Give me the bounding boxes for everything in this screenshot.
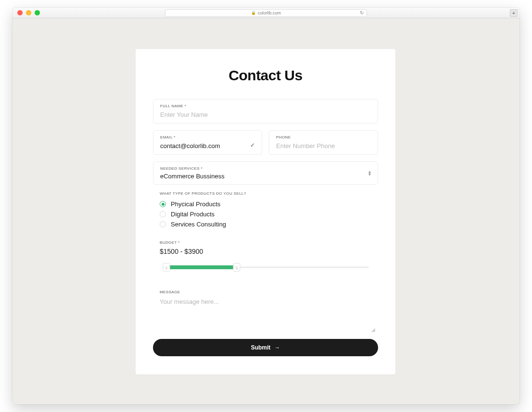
fullname-input[interactable]	[160, 111, 371, 118]
service-value: eCommerce Bussiness	[160, 173, 371, 180]
radio-option-1[interactable]: Digital Products	[160, 211, 378, 218]
check-icon: ✓	[250, 142, 255, 149]
radio-option-0[interactable]: Phycical Products	[160, 200, 378, 208]
message-label: MESSAGE	[160, 290, 371, 294]
browser-window: 🔒 colorlib.com ↻ + Contact Us FULL NAME …	[13, 8, 519, 404]
fullname-label: FULL NAME *	[160, 104, 371, 108]
radio-label: Services Consulting	[171, 221, 226, 228]
maximize-window-icon[interactable]	[35, 10, 40, 15]
email-input[interactable]	[160, 142, 255, 150]
message-input[interactable]	[160, 298, 371, 325]
budget-label: BUDGET *	[160, 240, 371, 245]
budget-slider[interactable]: || ||	[160, 264, 371, 271]
budget-value: $1500 - $3900	[160, 248, 371, 255]
slider-fill	[166, 265, 235, 269]
reload-icon[interactable]: ↻	[360, 10, 364, 15]
new-tab-button[interactable]: +	[510, 9, 518, 17]
slider-handle-max[interactable]: ||	[233, 263, 241, 272]
phone-field[interactable]: PHONE	[269, 130, 378, 155]
fullname-field[interactable]: FULL NAME *	[153, 99, 378, 124]
select-chevron-icon: ▴▾	[368, 170, 371, 176]
phone-input[interactable]	[276, 142, 371, 150]
message-block: MESSAGE ◢	[160, 290, 371, 332]
budget-block: BUDGET * $1500 - $3900 || ||	[160, 240, 371, 271]
service-label: NEEDED SERVICES *	[160, 166, 371, 171]
submit-label: Submit	[251, 344, 271, 351]
email-field[interactable]: EMAIL * ✓	[153, 130, 262, 155]
service-field[interactable]: NEEDED SERVICES * eCommerce Bussiness ▴▾	[153, 162, 378, 185]
url-text: colorlib.com	[258, 11, 281, 15]
lock-icon: 🔒	[251, 11, 256, 15]
submit-button[interactable]: Submit →	[153, 339, 378, 356]
resize-grip-icon[interactable]: ◢	[160, 327, 375, 332]
minimize-window-icon[interactable]	[26, 10, 31, 15]
arrow-right-icon: →	[274, 344, 280, 351]
email-label: EMAIL *	[160, 135, 255, 139]
page-title: Contact Us	[153, 67, 378, 84]
products-label: WHAT TYPE OF PRODUCTS DO YOU SELL?	[160, 191, 378, 196]
products-radio-group: Phycical Products Digital Products Servi…	[160, 200, 378, 228]
phone-label: PHONE	[276, 135, 371, 139]
traffic-lights	[17, 10, 40, 15]
contact-card: Contact Us FULL NAME * EMAIL * ✓ PHONE N…	[136, 49, 395, 375]
slider-handle-min[interactable]: ||	[163, 263, 170, 272]
radio-icon	[160, 211, 166, 217]
radio-icon	[160, 221, 166, 227]
radio-icon	[160, 201, 166, 207]
viewport: Contact Us FULL NAME * EMAIL * ✓ PHONE N…	[13, 18, 519, 404]
address-bar[interactable]: 🔒 colorlib.com ↻	[165, 9, 367, 17]
titlebar: 🔒 colorlib.com ↻ +	[13, 8, 519, 18]
radio-label: Digital Products	[171, 211, 215, 218]
radio-label: Phycical Products	[171, 200, 220, 208]
close-window-icon[interactable]	[17, 10, 23, 15]
radio-option-2[interactable]: Services Consulting	[160, 221, 378, 228]
